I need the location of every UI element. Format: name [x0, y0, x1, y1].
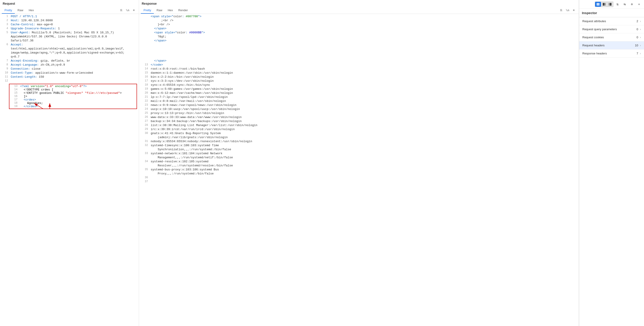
settings-icon[interactable]: ⚙ [629, 1, 635, 7]
resp-line-17: 17 sys:x:3:3:sys:/dev:/usr/sbin/nologin [139, 79, 579, 83]
resp-line-3: }<br /> [139, 23, 579, 27]
resp-line-34: 34 systemd-resolve:x:102:105:systemd [139, 160, 579, 164]
req-line-4: 4 Upgrade-Insecure-Requests: 1 [0, 27, 139, 31]
resp-line-18: 18 sync:x:4:65534:sync:/bin:/bin/sync [139, 83, 579, 87]
svg-rect-7 [609, 3, 609, 5]
req-line-3: 3 Cache-Control: max-age=0 [0, 23, 139, 27]
view-mode-buttons [595, 1, 614, 7]
inspector-value-request-cookies: 0 [636, 36, 638, 39]
inspector-value-query-params: 0 [636, 27, 638, 31]
inspector-label-request-headers: Request headers [582, 44, 635, 47]
req-line-7: 7 Accept-Encoding: gzip, deflate, br [0, 59, 139, 63]
req-line-6: 6 Accept: [0, 43, 139, 47]
req-line-12: 12 [0, 79, 139, 83]
tab-pretty-response[interactable]: Pretty [141, 7, 154, 14]
resp-line-35a: Proxy,,,:/run/systemd:/bin/false [139, 172, 579, 176]
resp-line-23: 23 news:x:9:9:news:/var/spool/news:/usr/… [139, 103, 579, 108]
menu-request-icon[interactable]: ≡ [131, 8, 137, 13]
chevron-response-headers: › [640, 52, 641, 55]
response-code-area[interactable]: <span style="color: #007700"> ;<br /> }<… [139, 14, 579, 326]
resp-line-27: 27 backup:x:34:34:backup:/var/backups:/u… [139, 120, 579, 124]
inspector-label-request-attributes: Request attributes [582, 19, 636, 23]
resp-line-11 [139, 55, 579, 59]
copy-request-icon[interactable]: ⎘ [118, 8, 124, 13]
xml-line-19: 19 </crdes> [10, 105, 136, 108]
resp-line-34a: Resolver,,,:/run/systemd/resolve:/bin/fa… [139, 164, 579, 168]
inspector-value-request-headers: 10 [635, 44, 638, 47]
xml-line-13: 13 <?xml version="1.0" encoding="utf-8"?… [10, 85, 136, 88]
req-line-11: 11 Content-Length: 150 [0, 75, 139, 79]
req-line-10: 10 Content-Type: application/x-www-form-… [0, 71, 139, 75]
response-tab-bar: Pretty Raw Hex Render ⎘ \n ≡ [139, 7, 579, 14]
wrap-response-icon[interactable]: \n [564, 8, 571, 13]
view-mode-left-btn[interactable] [601, 2, 607, 7]
xml-line-16: 16 ]> [10, 95, 136, 98]
xml-highlight-box: 13 <?xml version="1.0" encoding="utf-8"?… [9, 84, 137, 109]
tab-hex-request[interactable]: Hex [26, 7, 36, 14]
resp-line-33: 33 systemd-network:x:101:104:systemd Net… [139, 152, 579, 156]
resp-line-13: 13 </code> [139, 63, 579, 67]
inspector-label-query-params: Request query parameters [582, 27, 636, 31]
resp-line-10 [139, 51, 579, 55]
inspector-value-request-attributes: 2 [636, 19, 638, 23]
resp-line-6: ?&gt; [139, 35, 579, 39]
format-icon[interactable]: ⇅ [614, 1, 621, 7]
inspector-row-request-headers[interactable]: Request headers 10 › [579, 41, 644, 49]
inspector-panel: ⇅ ⇆ ⚙ ✕ Inspector Request attributes 2 ›… [579, 0, 644, 326]
chevron-request-attributes: › [640, 20, 641, 23]
xml-line-18: 18 &goodies; [10, 101, 136, 105]
resp-line-8 [139, 43, 579, 47]
resp-line-30: 30 gnats:x:41:41:Gnats Bug-Reporting Sys… [139, 132, 579, 136]
chevron-request-headers: › [640, 44, 641, 47]
req-line-2: 2 Host: 120.48.128.24:8080 [0, 19, 139, 23]
svg-rect-6 [605, 3, 606, 5]
resp-line-36: 36 [139, 176, 579, 180]
svg-rect-5 [603, 3, 604, 5]
tab-render-response[interactable]: Render [176, 7, 190, 14]
resp-line-2: ;<br /> [139, 19, 579, 23]
resp-line-29: 29 irc:x:39:39:ircd:/var/run/ircd:/usr/s… [139, 128, 579, 132]
inspector-row-request-cookies[interactable]: Request cookies 0 › [579, 33, 644, 41]
tab-pretty-request[interactable]: Pretty [2, 7, 15, 14]
resp-line-19: 19 games:x:5:60:games:/usr/games:/usr/sb… [139, 87, 579, 91]
chevron-query-params: › [640, 28, 641, 31]
resp-line-35: 35 systemd-bus-proxy:x:103:106:systemd B… [139, 168, 579, 172]
xml-line-17: 17 <crdes> [10, 98, 136, 101]
resp-line-1: <span style="color: #007700"> [139, 15, 579, 19]
resp-line-21: 21 lp:x:7:7:lp:/var/spool/lpd:/usr/sbin/… [139, 95, 579, 99]
request-panel: Request Pretty Raw Hex ⎘ \n ≡ 1 POST / H… [0, 0, 139, 326]
req-line-6b: image/webp,image/apng,*/*;q=0.8,applicat… [0, 51, 139, 55]
resp-line-14: 14 root:x:0:0:root:/root:/bin/bash [139, 67, 579, 71]
wrap-request-icon[interactable]: \n [124, 8, 131, 13]
inspector-title: Inspector [582, 11, 641, 15]
inspector-value-response-headers: 7 [636, 52, 638, 55]
resp-line-20: 20 man:x:6:12:man:/var/cache/man:/usr/sb… [139, 91, 579, 95]
copy-response-icon[interactable]: ⎘ [558, 8, 564, 13]
menu-response-icon[interactable]: ≡ [571, 8, 577, 13]
inspector-row-response-headers[interactable]: Response headers 7 › [579, 49, 644, 58]
tab-hex-response[interactable]: Hex [165, 7, 176, 14]
response-title: Response [139, 0, 579, 7]
view-mode-split-btn[interactable] [595, 2, 601, 7]
tab-raw-response[interactable]: Raw [154, 7, 165, 14]
req-line-1: 1 POST / HTTP/1.1 [0, 15, 139, 19]
view-mode-right-btn[interactable] [607, 2, 613, 7]
req-line-5c: Safari/537.36 [0, 39, 139, 43]
request-code-area[interactable]: 1 POST / HTTP/1.1 2 Host: 120.48.128.24:… [0, 14, 139, 326]
minimize-icon[interactable]: ⇆ [622, 1, 628, 7]
inspector-row-query-params[interactable]: Request query parameters 0 › [579, 25, 644, 33]
resp-line-37: 37 [139, 180, 579, 184]
inspector-row-request-attributes[interactable]: Request attributes 2 › [579, 17, 644, 25]
resp-line-12: </span> [139, 59, 579, 63]
close-inspector-icon[interactable]: ✕ [636, 1, 642, 7]
resp-line-9 [139, 47, 579, 51]
request-title: Request [0, 0, 139, 7]
resp-line-32: 32 systemd-timesync:x:100:103:systemd Ti… [139, 144, 579, 148]
resp-line-33a: Management,,,:/run/systemd/netif:/bin/fa… [139, 156, 579, 160]
resp-line-16: 16 bin:x:2:2:bin:/bin:/usr/sbin/nologin [139, 75, 579, 79]
resp-line-30a: (admin):/var/lib/gnats:/usr/sbin/nologin [139, 136, 579, 140]
inspector-header: Inspector [579, 9, 644, 17]
tab-raw-request[interactable]: Raw [15, 7, 26, 14]
resp-line-28: 28 list:x:38:38:Mailing List Manager:/va… [139, 124, 579, 128]
resp-line-15: 15 daemon:x:1:1:daemon:/usr/sbin:/usr/sb… [139, 71, 579, 75]
